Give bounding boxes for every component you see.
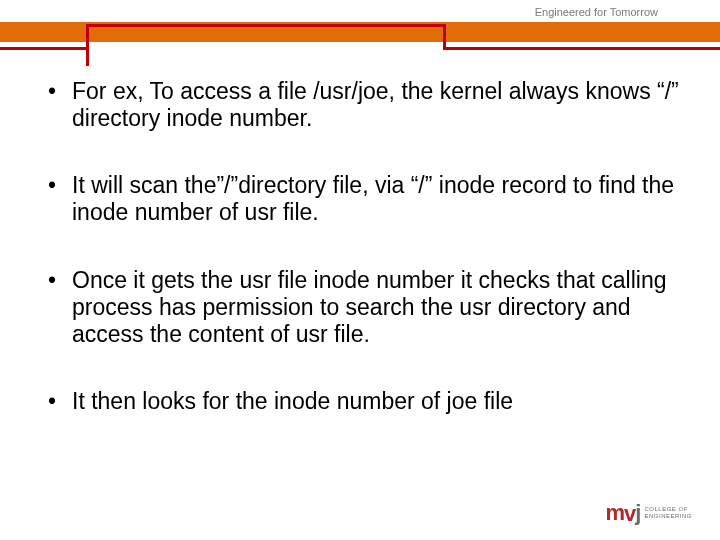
- bullet-item: • It will scan the”/”directory file, via…: [44, 172, 680, 226]
- logo-letter-m: m: [606, 500, 625, 525]
- logo-text-line1: COLLEGE OF: [644, 506, 687, 512]
- bullet-item: • It then looks for the inode number of …: [44, 388, 680, 415]
- logo-letter-v: v: [624, 501, 635, 527]
- title-tab-left-leg: [86, 24, 89, 66]
- logo-text: COLLEGE OF ENGINEERING: [644, 506, 692, 519]
- bullet-item: • For ex, To access a file /usr/joe, the…: [44, 78, 680, 132]
- footer-logo: mvj COLLEGE OF ENGINEERING: [606, 500, 692, 526]
- bullet-dot: •: [44, 78, 72, 132]
- title-tab-rule-right: [446, 47, 720, 50]
- bullet-item: • Once it gets the usr file inode number…: [44, 267, 680, 348]
- logo-mark: mvj: [606, 500, 641, 526]
- bullet-text: It then looks for the inode number of jo…: [72, 388, 680, 415]
- slide-content: • For ex, To access a file /usr/joe, the…: [44, 78, 680, 415]
- bullet-text: Once it gets the usr file inode number i…: [72, 267, 680, 348]
- title-tab-rule-left: [0, 47, 88, 50]
- header-tagline: Engineered for Tomorrow: [535, 6, 658, 18]
- logo-text-line2: ENGINEERING: [644, 513, 692, 519]
- bullet-dot: •: [44, 267, 72, 348]
- title-tab-outline: [86, 24, 446, 50]
- bullet-dot: •: [44, 172, 72, 226]
- bullet-text: It will scan the”/”directory file, via “…: [72, 172, 680, 226]
- bullet-text: For ex, To access a file /usr/joe, the k…: [72, 78, 680, 132]
- logo-letter-j: j: [635, 500, 640, 525]
- bullet-dot: •: [44, 388, 72, 415]
